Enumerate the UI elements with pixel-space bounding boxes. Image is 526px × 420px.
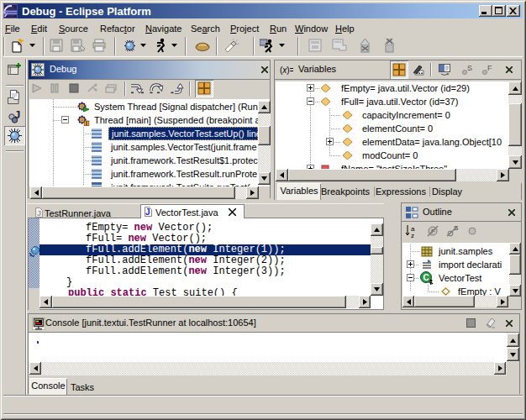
svg-text:F: F	[487, 64, 492, 72]
svg-text:z: z	[411, 232, 414, 238]
svg-text:C: C	[423, 273, 429, 282]
svg-text:(x)=: (x)=	[280, 66, 293, 75]
svg-text:J: J	[145, 207, 150, 217]
svg-text:S: S	[467, 64, 472, 72]
svg-text:J: J	[37, 209, 41, 218]
